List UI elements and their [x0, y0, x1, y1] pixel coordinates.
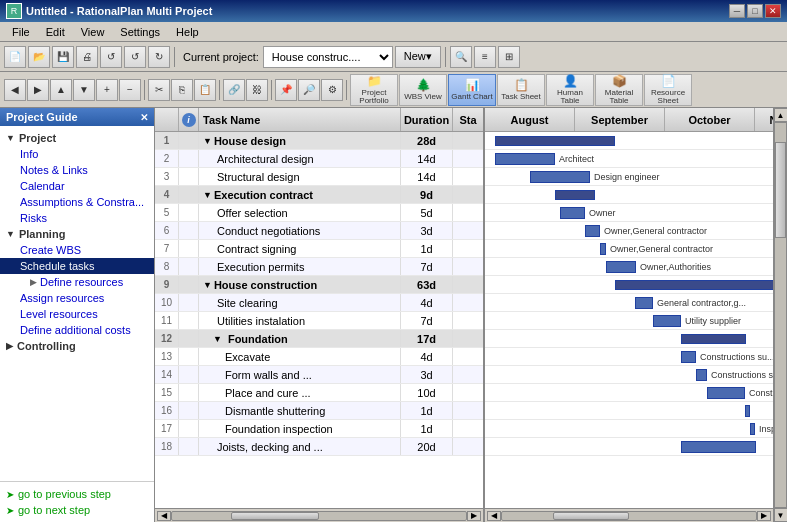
sidebar-section-controlling[interactable]: ▶ Controlling: [0, 338, 154, 354]
table-row[interactable]: 11 Utilities instalation 7d: [155, 312, 483, 330]
gantt-hscroll-right[interactable]: ▶: [757, 511, 771, 521]
gantt-hscroll[interactable]: ◀ ▶: [485, 508, 773, 522]
table-row[interactable]: 13 Excavate 4d: [155, 348, 483, 366]
sidebar-item-define-costs[interactable]: Define additional costs: [0, 322, 154, 338]
sidebar-item-assumptions[interactable]: Assumptions & Constra...: [0, 194, 154, 210]
sidebar-item-define-resources[interactable]: ▶ Define resources: [0, 274, 154, 290]
table-hscroll[interactable]: ◀ ▶: [155, 508, 483, 522]
sidebar-item-assign-resources[interactable]: Assign resources: [0, 290, 154, 306]
view-wbs[interactable]: 🌲 WBS View: [399, 74, 447, 106]
menu-edit[interactable]: Edit: [38, 24, 73, 40]
vscroll-down-btn[interactable]: ▼: [774, 508, 788, 522]
table-row[interactable]: 10 Site clearing 4d: [155, 294, 483, 312]
tb-cut[interactable]: ✂: [148, 79, 170, 101]
table-row[interactable]: 1 ▼ House design 28d: [155, 132, 483, 150]
sidebar-item-notes[interactable]: Notes & Links: [0, 162, 154, 178]
menu-settings[interactable]: Settings: [112, 24, 168, 40]
tb-group[interactable]: ⊞: [498, 46, 520, 68]
gantt-bar: Constructions su...: [681, 351, 773, 363]
collapse-icon[interactable]: ▼: [203, 190, 212, 200]
close-button[interactable]: ✕: [765, 4, 781, 18]
tb-copy[interactable]: ⎘: [171, 79, 193, 101]
table-row[interactable]: 2 Architectural design 14d: [155, 150, 483, 168]
separator-1: [174, 47, 175, 67]
collapse-icon[interactable]: ▼: [203, 280, 212, 290]
tb-filter[interactable]: ≡: [474, 46, 496, 68]
table-row[interactable]: 18 Joists, decking and ... 20d: [155, 438, 483, 456]
vscroll-up-btn[interactable]: ▲: [774, 108, 788, 122]
view-resource-sheet[interactable]: 📄 Resource Sheet: [644, 74, 692, 106]
table-row[interactable]: 8 Execution permits 7d: [155, 258, 483, 276]
view-material-table[interactable]: 📦 Material Table: [595, 74, 643, 106]
table-row[interactable]: 9 ▼ House construction 63d: [155, 276, 483, 294]
tb-paste[interactable]: 📋: [194, 79, 216, 101]
table-row[interactable]: 16 Dismantle shuttering 1d: [155, 402, 483, 420]
nav-up[interactable]: ▲: [50, 79, 72, 101]
hscroll-thumb[interactable]: [231, 512, 319, 520]
sidebar-item-create-wbs[interactable]: Create WBS: [0, 242, 154, 258]
vscroll-thumb[interactable]: [775, 142, 786, 238]
tb-redo[interactable]: ↻: [148, 46, 170, 68]
tb-save[interactable]: 💾: [52, 46, 74, 68]
tb-link[interactable]: 🔗: [223, 79, 245, 101]
collapse-icon[interactable]: ▼: [203, 136, 212, 146]
sidebar-item-level-resources[interactable]: Level resources: [0, 306, 154, 322]
nav-plus[interactable]: +: [96, 79, 118, 101]
nav-fwd[interactable]: ▶: [27, 79, 49, 101]
gantt-hscroll-left[interactable]: ◀: [487, 511, 501, 521]
sidebar-section-project[interactable]: ▼ Project: [0, 130, 154, 146]
view-human-table[interactable]: 👤 Human Table: [546, 74, 594, 106]
tb-unlink[interactable]: ⛓: [246, 79, 268, 101]
table-row[interactable]: 6 Conduct negotiations 3d: [155, 222, 483, 240]
wbs-icon: 🌲: [416, 78, 431, 92]
sidebar-item-schedule-tasks[interactable]: Schedule tasks: [0, 258, 154, 274]
sidebar-item-info[interactable]: Info: [0, 146, 154, 162]
hscroll-track[interactable]: [171, 511, 467, 521]
sidebar-section-planning[interactable]: ▼ Planning: [0, 226, 154, 242]
gantt-header: August September October Nover: [485, 108, 773, 132]
nav-minus[interactable]: −: [119, 79, 141, 101]
current-project-select[interactable]: House construc....: [263, 46, 393, 68]
table-row[interactable]: 7 Contract signing 1d: [155, 240, 483, 258]
table-row[interactable]: 14 Form walls and ... 3d: [155, 366, 483, 384]
sidebar-close-button[interactable]: ✕: [140, 112, 148, 123]
gantt-hscroll-track[interactable]: [501, 511, 757, 521]
cell-task-name: ▼ Execution contract: [199, 186, 401, 203]
table-row[interactable]: 3 Structural design 14d: [155, 168, 483, 186]
view-gantt[interactable]: 📊 Gantt Chart: [448, 74, 496, 106]
tb-undo2[interactable]: ↺: [124, 46, 146, 68]
menu-view[interactable]: View: [73, 24, 113, 40]
table-row[interactable]: 5 Offer selection 5d: [155, 204, 483, 222]
table-row[interactable]: 17 Foundation inspection 1d: [155, 420, 483, 438]
next-step-link[interactable]: ➤ go to next step: [6, 502, 148, 518]
nav-back[interactable]: ◀: [4, 79, 26, 101]
table-row[interactable]: 15 Place and cure ... 10d: [155, 384, 483, 402]
vscroll-track[interactable]: [774, 122, 787, 508]
hscroll-left-btn[interactable]: ◀: [157, 511, 171, 521]
tb-misc2[interactable]: 🔎: [298, 79, 320, 101]
menu-file[interactable]: File: [4, 24, 38, 40]
table-row[interactable]: 4 ▼ Execution contract 9d: [155, 186, 483, 204]
maximize-button[interactable]: □: [747, 4, 763, 18]
tb-open[interactable]: 📂: [28, 46, 50, 68]
gantt-hscroll-thumb[interactable]: [553, 512, 629, 520]
collapse-icon[interactable]: ▼: [213, 334, 222, 344]
sidebar-item-risks[interactable]: Risks: [0, 210, 154, 226]
sidebar-item-calendar[interactable]: Calendar: [0, 178, 154, 194]
view-task-sheet[interactable]: 📋 Task Sheet: [497, 74, 545, 106]
view-project-portfolio[interactable]: 📁 Project Portfolio: [350, 74, 398, 106]
vert-scroll[interactable]: ▲ ▼: [773, 108, 787, 522]
tb-misc1[interactable]: 📌: [275, 79, 297, 101]
new-button[interactable]: New▾: [395, 46, 441, 68]
tb-new[interactable]: 📄: [4, 46, 26, 68]
tb-zoom-in[interactable]: 🔍: [450, 46, 472, 68]
prev-step-link[interactable]: ➤ go to previous step: [6, 486, 148, 502]
tb-undo1[interactable]: ↺: [100, 46, 122, 68]
hscroll-right-btn[interactable]: ▶: [467, 511, 481, 521]
tb-misc3[interactable]: ⚙: [321, 79, 343, 101]
minimize-button[interactable]: ─: [729, 4, 745, 18]
tb-print[interactable]: 🖨: [76, 46, 98, 68]
nav-down[interactable]: ▼: [73, 79, 95, 101]
table-row[interactable]: 12 ▼ Foundation 17d: [155, 330, 483, 348]
menu-help[interactable]: Help: [168, 24, 207, 40]
